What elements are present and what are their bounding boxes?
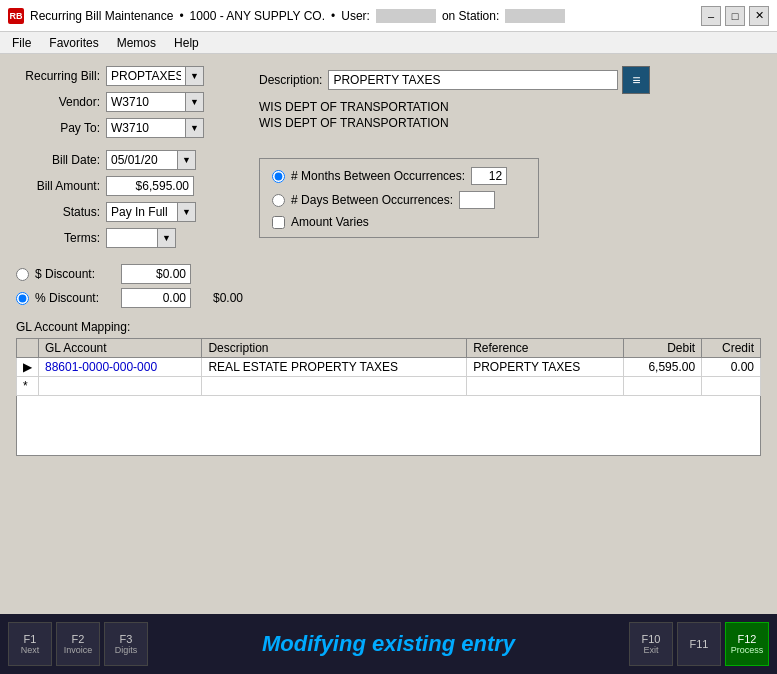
title-bar: RB Recurring Bill Maintenance • 1000 - A… [0,0,777,32]
minimize-button[interactable]: – [701,6,721,26]
amount-varies-row: Amount Varies [272,215,526,229]
app-title: Recurring Bill Maintenance [30,9,173,23]
main-content: Recurring Bill: ▼ Vendor: ▼ Pay To: [0,54,777,614]
gl-table: GL Account Description Reference Debit C… [16,338,761,456]
recurring-bill-dropdown[interactable]: ▼ [186,66,204,86]
f1-key: F1 [24,633,37,645]
gl-debit: 6,595.00 [624,358,702,377]
user-value [376,9,436,23]
user-label: User: [341,9,370,23]
f10-button[interactable]: F10 Exit [629,622,673,666]
notes-icon-button[interactable]: ≡ [622,66,650,94]
table-new-row[interactable]: * [17,377,761,396]
gl-col-reference: Reference [467,339,624,358]
vendor-name: WIS DEPT OF TRANSPORTATION [259,100,761,114]
notes-icon: ≡ [632,72,640,88]
window-controls: – □ ✕ [701,6,769,26]
f11-key: F11 [690,638,709,650]
amount-varies-checkbox[interactable] [272,216,285,229]
menu-memos[interactable]: Memos [109,34,164,52]
f2-button[interactable]: F2 Invoice [56,622,100,666]
f10-key: F10 [642,633,661,645]
recurring-bill-row: Recurring Bill: ▼ [16,66,243,86]
dollar-discount-label: $ Discount: [35,267,115,281]
f2-label: Invoice [64,645,93,655]
row-indicator: ▶ [17,358,39,377]
f12-button[interactable]: F12 Process [725,622,769,666]
dollar-discount-radio[interactable] [16,268,29,281]
description-row: Description: ≡ [259,66,761,94]
gl-description: REAL ESTATE PROPERTY TAXES [202,358,467,377]
menu-help[interactable]: Help [166,34,207,52]
days-occurrence-radio[interactable] [272,194,285,207]
f2-key: F2 [72,633,85,645]
months-occurrence-radio[interactable] [272,170,285,183]
menu-file[interactable]: File [4,34,39,52]
vendor-select-wrapper: ▼ [106,92,204,112]
left-form: Recurring Bill: ▼ Vendor: ▼ Pay To: [16,66,243,312]
status-select-wrapper: ▼ [106,202,196,222]
percent-discount-row: % Discount: $0.00 [16,288,243,308]
pay-to-dropdown[interactable]: ▼ [186,118,204,138]
new-row-debit [624,377,702,396]
percent-discount-radio[interactable] [16,292,29,305]
f3-button[interactable]: F3 Digits [104,622,148,666]
vendor-input[interactable] [106,92,186,112]
recurring-bill-label: Recurring Bill: [16,69,106,83]
close-button[interactable]: ✕ [749,6,769,26]
bill-date-input[interactable] [106,150,178,170]
discount-section: $ Discount: % Discount: $0.00 [16,264,243,308]
menu-favorites[interactable]: Favorites [41,34,106,52]
bill-date-row: Bill Date: ▼ [16,150,243,170]
terms-dropdown[interactable]: ▼ [158,228,176,248]
pay-to-name: WIS DEPT OF TRANSPORTATION [259,116,761,130]
maximize-button[interactable]: □ [725,6,745,26]
days-occurrence-input[interactable] [459,191,495,209]
new-row-indicator: * [17,377,39,396]
dollar-discount-input[interactable] [121,264,191,284]
separator1: • [179,9,183,23]
f12-key: F12 [738,633,757,645]
table-row[interactable]: ▶ 88601-0000-000-000 REAL ESTATE PROPERT… [17,358,761,377]
months-occurrence-input[interactable] [471,167,507,185]
months-occurrence-label: # Months Between Occurrences: [291,169,465,183]
dollar-discount-row: $ Discount: [16,264,243,284]
percent-discount-label: % Discount: [35,291,115,305]
company-name: 1000 - ANY SUPPLY CO. [190,9,325,23]
gl-account: 88601-0000-000-000 [39,358,202,377]
f3-key: F3 [120,633,133,645]
gl-col-debit: Debit [624,339,702,358]
pay-to-select-wrapper: ▼ [106,118,204,138]
separator2: • [331,9,335,23]
pay-to-input[interactable] [106,118,186,138]
gl-col-credit: Credit [702,339,761,358]
status-dropdown[interactable]: ▼ [178,202,196,222]
discount-total: $0.00 [213,291,243,305]
gl-col-indicator [17,339,39,358]
status-input[interactable] [106,202,178,222]
status-row: Status: ▼ [16,202,243,222]
status-label: Status: [16,205,106,219]
bill-date-label: Bill Date: [16,153,106,167]
description-label: Description: [259,73,328,87]
f11-button[interactable]: F11 [677,622,721,666]
terms-input[interactable] [106,228,158,248]
months-occurrence-row: # Months Between Occurrences: [272,167,526,185]
f1-button[interactable]: F1 Next [8,622,52,666]
gl-reference: PROPERTY TAXES [467,358,624,377]
f12-label: Process [731,645,764,655]
recurring-bill-input[interactable] [106,66,186,86]
f1-label: Next [21,645,40,655]
description-input[interactable] [328,70,618,90]
gl-section-label: GL Account Mapping: [16,320,761,334]
bottom-bar: F1 Next F2 Invoice F3 Digits Modifying e… [0,614,777,674]
bill-date-dropdown[interactable]: ▼ [178,150,196,170]
status-message: Modifying existing entry [152,631,625,657]
menu-bar: File Favorites Memos Help [0,32,777,54]
bill-amount-input[interactable] [106,176,194,196]
percent-discount-input[interactable] [121,288,191,308]
bill-amount-row: Bill Amount: [16,176,243,196]
terms-row: Terms: ▼ [16,228,243,248]
vendor-dropdown[interactable]: ▼ [186,92,204,112]
gl-section: GL Account Mapping: GL Account Descripti… [16,320,761,456]
